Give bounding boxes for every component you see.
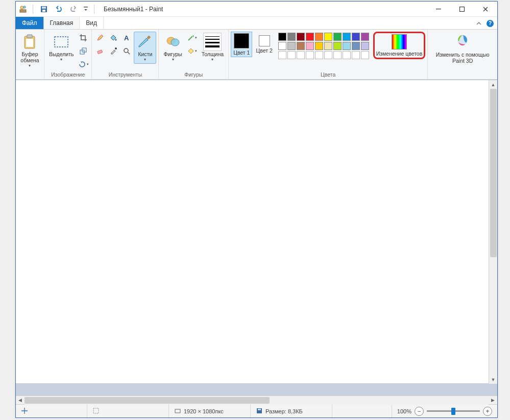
color1-label: Цвет 1 bbox=[233, 50, 250, 56]
help-button[interactable]: ? bbox=[485, 17, 495, 30]
chevron-down-icon: ▾ bbox=[211, 57, 213, 62]
app-window: Безымянный1 - Paint Файл Главная Вид ? bbox=[15, 1, 498, 418]
paste-button[interactable]: Буфер обмена ▾ bbox=[18, 32, 41, 70]
qat-customize-button[interactable] bbox=[82, 3, 89, 15]
edit-colors-button[interactable]: Изменение цветов bbox=[373, 32, 426, 59]
svg-point-22 bbox=[171, 39, 179, 46]
shape-outline-button[interactable]: ▾ bbox=[186, 32, 198, 44]
color-swatch[interactable] bbox=[361, 42, 369, 50]
color-swatch[interactable] bbox=[324, 42, 332, 50]
select-button[interactable]: Выделить ▾ bbox=[46, 32, 76, 64]
canvas[interactable] bbox=[16, 80, 496, 383]
collapse-ribbon-button[interactable] bbox=[474, 17, 484, 30]
eraser-tool[interactable] bbox=[94, 45, 106, 57]
save-button[interactable] bbox=[38, 3, 50, 15]
magnifier-tool[interactable] bbox=[120, 45, 133, 57]
zoom-out-button[interactable]: − bbox=[415, 407, 424, 416]
zoom-slider[interactable] bbox=[427, 410, 480, 412]
resize-button[interactable] bbox=[77, 45, 89, 57]
color-swatch[interactable] bbox=[297, 33, 305, 41]
ribbon-tabs: Файл Главная Вид ? bbox=[16, 17, 497, 30]
group-shapes: Фигуры ▾ ▾ ▾ Толщина ▾ Фигуры bbox=[159, 30, 229, 79]
vertical-scrollbar[interactable]: ▲ ▼ bbox=[489, 80, 497, 384]
custom-color-slot[interactable] bbox=[324, 51, 332, 59]
group-image: Выделить ▾ ▾ Изображение bbox=[44, 30, 92, 79]
color2-label: Цвет 2 bbox=[256, 48, 272, 54]
tab-home[interactable]: Главная bbox=[44, 17, 80, 29]
vscroll-thumb[interactable] bbox=[490, 89, 497, 257]
custom-color-slot[interactable] bbox=[352, 51, 360, 59]
color1-button[interactable]: Цвет 1 bbox=[231, 32, 252, 57]
color-swatch[interactable] bbox=[287, 42, 296, 50]
custom-color-slot[interactable] bbox=[361, 51, 369, 59]
color-swatch[interactable] bbox=[352, 42, 360, 50]
custom-color-slot[interactable] bbox=[297, 51, 305, 59]
thickness-button[interactable]: Толщина ▾ bbox=[199, 32, 226, 64]
edit-colors-label: Изменение цветов bbox=[376, 51, 423, 57]
color-picker-tool[interactable] bbox=[107, 45, 119, 57]
undo-button[interactable] bbox=[53, 3, 65, 15]
fill-tool[interactable] bbox=[107, 32, 119, 44]
zoom-in-button[interactable]: + bbox=[483, 407, 492, 416]
group-colors-label: Цвета bbox=[231, 70, 425, 79]
color-swatch[interactable] bbox=[287, 33, 296, 41]
shapes-gallery-button[interactable]: Фигуры ▾ bbox=[161, 32, 184, 64]
color-swatch[interactable] bbox=[306, 33, 314, 41]
zoom-thumb[interactable] bbox=[451, 408, 455, 415]
rotate-button[interactable]: ▾ bbox=[77, 58, 89, 70]
pencil-tool[interactable] bbox=[94, 32, 106, 44]
custom-color-slot[interactable] bbox=[306, 51, 314, 59]
tab-file[interactable]: Файл bbox=[16, 17, 44, 29]
paint3d-button[interactable]: Изменить с помощью Paint 3D bbox=[430, 32, 495, 65]
zoom-controls: 100% − + bbox=[392, 407, 497, 416]
window-controls bbox=[427, 2, 497, 17]
clipboard-icon bbox=[21, 34, 38, 50]
color-swatch[interactable] bbox=[278, 42, 286, 50]
minimize-button[interactable] bbox=[427, 2, 450, 17]
color-swatch[interactable] bbox=[297, 42, 305, 50]
group-clipboard: Буфер обмена ▾ bbox=[16, 30, 44, 79]
maximize-button[interactable] bbox=[450, 2, 474, 17]
selection-icon bbox=[53, 34, 69, 50]
color-swatch[interactable] bbox=[278, 33, 286, 41]
tab-view[interactable]: Вид bbox=[80, 17, 104, 29]
paint3d-icon bbox=[455, 33, 470, 51]
color-swatch[interactable] bbox=[361, 33, 369, 41]
color2-button[interactable]: Цвет 2 bbox=[253, 32, 275, 55]
canvas-dimensions-cell: 1920 × 1080пкс bbox=[169, 405, 251, 417]
custom-color-slot[interactable] bbox=[287, 51, 296, 59]
crop-button[interactable] bbox=[77, 32, 89, 44]
svg-rect-23 bbox=[93, 408, 99, 413]
crosshair-icon bbox=[21, 407, 28, 415]
custom-color-slot[interactable] bbox=[343, 51, 351, 59]
quick-access-toolbar bbox=[16, 3, 100, 15]
scroll-right-arrow[interactable]: ▶ bbox=[489, 396, 497, 405]
group-shapes-label: Фигуры bbox=[161, 70, 226, 79]
color-swatch[interactable] bbox=[352, 33, 360, 41]
scroll-left-arrow[interactable]: ◀ bbox=[16, 396, 25, 405]
shape-fill-button[interactable]: ▾ bbox=[186, 45, 198, 57]
selection-size-cell bbox=[87, 405, 169, 417]
svg-rect-8 bbox=[460, 7, 465, 11]
chevron-down-icon: ▾ bbox=[144, 57, 146, 62]
color-swatch[interactable] bbox=[343, 42, 351, 50]
color-swatch[interactable] bbox=[333, 33, 342, 41]
color-swatch[interactable] bbox=[315, 33, 323, 41]
close-button[interactable] bbox=[474, 2, 497, 17]
scroll-down-arrow[interactable]: ▼ bbox=[489, 375, 498, 384]
color-swatch[interactable] bbox=[333, 42, 342, 50]
color-swatch[interactable] bbox=[315, 42, 323, 50]
horizontal-scrollbar[interactable]: ◀ ▶ bbox=[16, 396, 497, 404]
scroll-up-arrow[interactable]: ▲ bbox=[489, 80, 498, 89]
custom-color-slot[interactable] bbox=[315, 51, 323, 59]
color-swatch[interactable] bbox=[324, 33, 332, 41]
hscroll-thumb[interactable] bbox=[25, 397, 270, 404]
custom-color-slot[interactable] bbox=[333, 51, 342, 59]
redo-button[interactable] bbox=[67, 3, 80, 15]
color-swatch[interactable] bbox=[343, 33, 351, 41]
text-tool[interactable]: A bbox=[120, 32, 133, 44]
selection-size-icon bbox=[92, 407, 100, 415]
custom-color-slot[interactable] bbox=[278, 51, 286, 59]
color-swatch[interactable] bbox=[306, 42, 314, 50]
brushes-button[interactable]: Кисти ▾ bbox=[134, 32, 156, 64]
